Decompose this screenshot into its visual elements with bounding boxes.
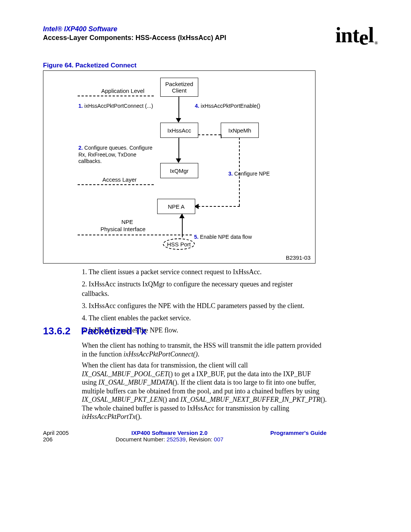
figure-caption: Figure 64. Packetized Connect [43,62,137,69]
box-ixhssacc: IxHssAcc [160,123,198,138]
arrow-down-icon [176,158,181,163]
divider-dashed [78,235,192,235]
label-physical-interface: Physical Interface [100,226,145,232]
step-3: 3. Configure NPE [228,171,270,177]
diagram-code: B2391-03 [286,254,311,261]
box-ixqmgr: IxQMgr [160,163,198,178]
page-footer: April 2005 206 IXP400 Software Version 2… [43,430,327,443]
label-access-layer: Access Layer [102,176,137,183]
step-1: 1. ixHssAccPktPortConnect (...) [78,103,153,109]
section-heading: 13.6.2Packetized Tx [43,325,147,337]
label-application-level: Application Level [101,88,144,94]
list-item: 4. The client enables the packet service… [82,313,318,323]
header-title: Intel® IXP400 Software [43,25,323,33]
divider-dashed [78,96,154,96]
connector-dashed [239,137,240,206]
connector-dashed [198,134,221,135]
diagram-frame: Application Level Packetized Client 1. i… [43,70,315,264]
list-item: 1. The client issues a packet service co… [82,267,318,276]
connector-dashed [221,134,221,138]
footer-guide: Programmer's Guide [270,430,327,436]
list-item: 2. IxHssAcc instructs IxQMgr to configur… [82,280,318,298]
box-packetized-client: Packetized Client [160,78,198,97]
label-npe: NPE [121,219,133,225]
footer-date: April 2005 [43,430,69,436]
list-item: 3. IxHssAcc configures the NPE with the … [82,301,318,310]
arrow-down-icon [176,118,181,123]
header-subtitle: Access-Layer Components: HSS-Access (IxH… [43,34,323,42]
paragraph: When the client has data for transmissio… [82,361,327,421]
logo-text: intel [335,23,374,49]
logo-registered: ® [374,40,378,46]
step-4: 4. ixHssAccPktPortEnable() [195,103,260,109]
section-title: Packetized Tx [81,325,147,337]
arrow-up-icon [179,214,185,218]
footer-version: IXP400 Software Version 2.0 [69,430,271,436]
paragraph: When the client has nothing to transmit,… [82,341,327,358]
footer-docnum: Document Number: 252539, Revision: 007 [69,436,271,443]
connector-dashed [198,206,240,207]
footer-page: 206 [43,436,69,443]
section-number: 13.6.2 [43,325,81,337]
box-ixnpemh: IxNpeMh [221,123,259,138]
step-5: 5. Enable NPE data flow [194,234,252,240]
divider-dashed [78,184,154,185]
step-2: 2. Configure queues. Configure Rx, RxFre… [78,145,158,165]
box-npea: NPE A [157,199,195,214]
ellipse-hss-port: HSS Port [163,238,195,250]
connector [178,96,179,119]
connector [178,137,179,160]
intel-logo: intel® [335,23,377,47]
